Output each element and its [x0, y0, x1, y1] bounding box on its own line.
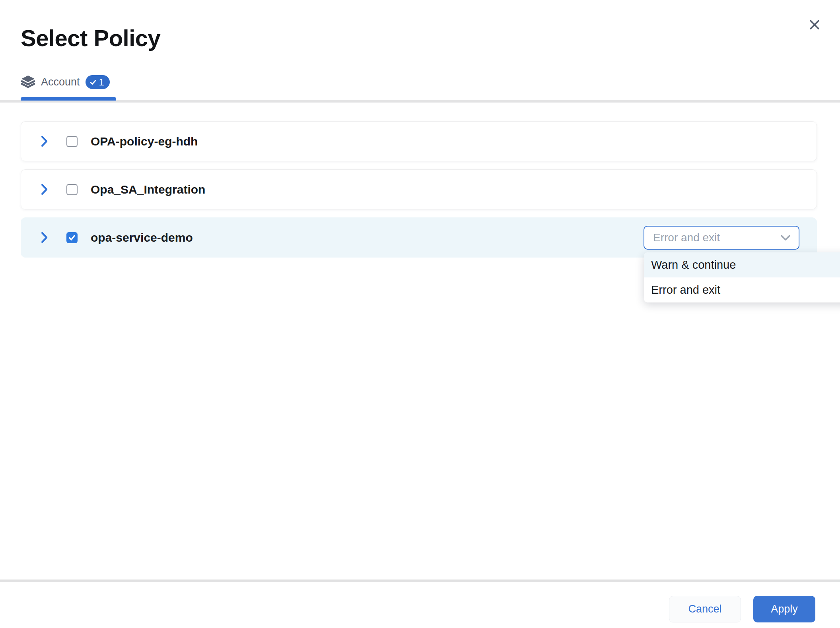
severity-select[interactable]: Error and exit	[644, 226, 799, 250]
close-button[interactable]	[803, 14, 826, 36]
check-icon	[68, 234, 76, 242]
chevron-right-icon	[40, 135, 49, 147]
policy-list: OPA-policy-eg-hdh Opa_SA_Integration opa…	[21, 121, 817, 258]
severity-select-value: Error and exit	[653, 231, 720, 244]
chevron-down-icon	[780, 235, 791, 241]
active-tab-indicator	[21, 97, 116, 101]
select-policy-modal: { "modal": { "title": "Select Policy" },…	[0, 0, 840, 628]
tab-account-label: Account	[41, 76, 80, 88]
policy-name: OPA-policy-eg-hdh	[91, 135, 198, 148]
policy-row-opa-service-demo: opa-service-demo Error and exit	[21, 217, 817, 258]
tab-account[interactable]: Account 1	[21, 75, 110, 89]
policy-row-opa-policy-eg-hdh: OPA-policy-eg-hdh	[21, 121, 817, 161]
footer-actions: Cancel Apply	[669, 596, 815, 622]
dropdown-option-warn-continue[interactable]: Warn & continue	[644, 252, 840, 277]
policy-checkbox[interactable]	[66, 136, 78, 147]
close-icon	[808, 18, 821, 31]
page-title: Select Policy	[21, 25, 160, 51]
policy-name: opa-service-demo	[91, 231, 193, 244]
severity-dropdown-menu: Warn & continue Error and exit	[644, 252, 840, 302]
tab-badge-count: 1	[99, 77, 104, 88]
chevron-right-icon	[40, 231, 49, 244]
layers-icon	[21, 75, 35, 89]
policy-row-opa-sa-integration: Opa_SA_Integration	[21, 169, 817, 209]
expand-row-button[interactable]	[39, 183, 49, 196]
expand-row-button[interactable]	[39, 231, 49, 244]
policy-checkbox-checked[interactable]	[66, 232, 78, 243]
policy-name: Opa_SA_Integration	[91, 183, 205, 196]
chevron-right-icon	[40, 183, 49, 196]
tabbar-divider	[0, 100, 840, 103]
footer-divider	[0, 580, 840, 582]
check-icon	[89, 79, 97, 86]
cancel-button[interactable]: Cancel	[669, 596, 741, 622]
dropdown-option-error-exit[interactable]: Error and exit	[644, 277, 840, 302]
expand-row-button[interactable]	[39, 135, 49, 148]
apply-button[interactable]: Apply	[753, 596, 815, 622]
tab-selected-count-badge: 1	[86, 75, 110, 89]
policy-checkbox[interactable]	[66, 184, 78, 195]
